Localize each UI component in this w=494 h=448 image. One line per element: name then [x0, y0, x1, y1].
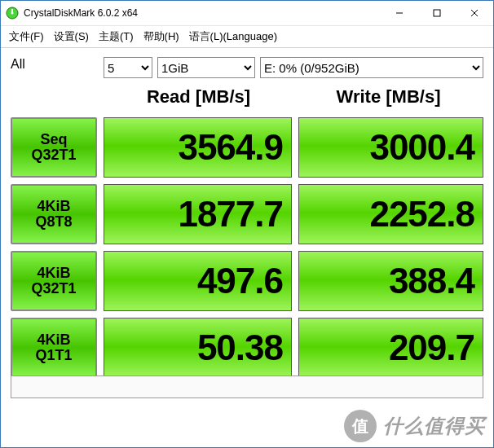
- read-value-2: 497.6: [104, 251, 292, 311]
- write-value-3: 209.7: [298, 318, 483, 378]
- menu-file[interactable]: 文件(F): [9, 29, 44, 44]
- watermark: 值 什么值得买: [344, 410, 485, 442]
- results-grid: All 123456789 50MiB100MiB500MiB1GiB2GiB4…: [11, 57, 483, 381]
- test-label2: Q32T1: [31, 147, 76, 163]
- test-label1: Seq: [40, 132, 67, 147]
- run-all-button[interactable]: All: [11, 57, 100, 114]
- read-header: Read [MB/s]: [104, 83, 293, 112]
- run-all-label: All: [11, 57, 25, 71]
- window-title: CrystalDiskMark 6.0.2 x64: [24, 7, 138, 19]
- write-value-2: 388.4: [298, 251, 483, 311]
- titlebar: CrystalDiskMark 6.0.2 x64: [1, 1, 493, 26]
- menu-setting[interactable]: 设置(S): [54, 29, 89, 44]
- controls-row: 123456789 50MiB100MiB500MiB1GiB2GiB4GiB8…: [104, 57, 483, 78]
- run-test-button-1[interactable]: 4KiBQ8T8: [11, 184, 97, 244]
- minimize-button[interactable]: [381, 1, 418, 25]
- svg-point-2: [11, 12, 14, 15]
- maximize-button[interactable]: [418, 1, 456, 25]
- run-test-button-3[interactable]: 4KiBQ1T1: [11, 318, 97, 378]
- test-size-select[interactable]: 50MiB100MiB500MiB1GiB2GiB4GiB8GiB16GiB32…: [157, 57, 255, 78]
- test-label1: 4KiB: [37, 266, 70, 281]
- read-value-0: 3564.9: [104, 117, 292, 178]
- read-value-1: 1877.7: [104, 184, 292, 244]
- watermark-badge-icon: 值: [344, 410, 377, 442]
- app-icon: [6, 7, 19, 20]
- controls-and-headers: 123456789 50MiB100MiB500MiB1GiB2GiB4GiB8…: [100, 57, 483, 114]
- run-test-button-2[interactable]: 4KiBQ32T1: [11, 251, 97, 311]
- test-label2: Q32T1: [31, 281, 76, 296]
- test-label1: 4KiB: [37, 332, 70, 348]
- drive-select[interactable]: E: 0% (0/952GiB): [260, 57, 483, 78]
- test-label2: Q1T1: [35, 348, 72, 363]
- content-area: All 123456789 50MiB100MiB500MiB1GiB2GiB4…: [1, 51, 493, 381]
- test-label2: Q8T8: [35, 214, 72, 230]
- menu-language[interactable]: 语言(L)(Language): [189, 29, 277, 44]
- test-label1: 4KiB: [37, 199, 70, 214]
- column-headers: Read [MB/s] Write [MB/s]: [104, 83, 483, 112]
- app-window: CrystalDiskMark 6.0.2 x64 文件(F) 设置(S) 主题…: [0, 0, 494, 448]
- menubar: 文件(F) 设置(S) 主题(T) 帮助(H) 语言(L)(Language): [1, 26, 493, 47]
- run-test-button-0[interactable]: SeqQ32T1: [11, 117, 97, 178]
- menu-theme[interactable]: 主题(T): [99, 29, 134, 44]
- close-button[interactable]: [456, 1, 493, 25]
- write-value-1: 2252.8: [298, 184, 483, 244]
- watermark-text: 什么值得买: [383, 413, 485, 439]
- status-bar: [11, 376, 483, 398]
- test-count-select[interactable]: 123456789: [104, 57, 152, 78]
- write-header: Write [MB/s]: [293, 83, 483, 112]
- write-value-0: 3000.4: [298, 117, 483, 178]
- menu-help[interactable]: 帮助(H): [143, 29, 179, 44]
- svg-rect-4: [434, 10, 440, 16]
- read-value-3: 50.38: [104, 318, 292, 378]
